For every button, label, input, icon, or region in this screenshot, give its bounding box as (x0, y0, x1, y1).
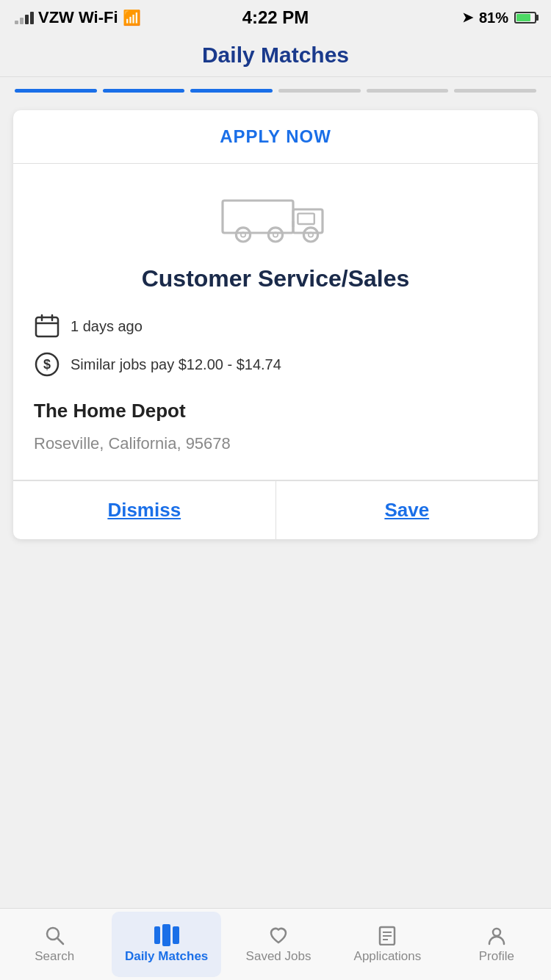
job-details-section: Customer Service/Sales 1 days ago (13, 164, 538, 480)
nav-label-search: Search (35, 949, 74, 964)
action-row: Dismiss Save (13, 480, 538, 539)
daily-matches-icon (154, 925, 179, 945)
save-button[interactable]: Save (276, 481, 539, 539)
apply-now-button[interactable]: APPLY NOW (220, 126, 331, 147)
company-name: The Home Depot (34, 400, 517, 422)
svg-text:$: $ (43, 357, 51, 372)
svg-rect-10 (36, 317, 58, 336)
progress-segment-5 (367, 89, 449, 93)
svg-point-7 (303, 228, 317, 242)
job-title: Customer Service/Sales (34, 265, 517, 292)
wifi-icon: 📶 (123, 9, 141, 26)
nav-item-daily-matches[interactable]: Daily Matches (112, 912, 220, 977)
status-bar: VZW Wi-Fi 📶 4:22 PM ➤ 81% (0, 0, 551, 32)
svg-rect-2 (298, 214, 314, 224)
svg-rect-0 (223, 201, 293, 233)
nav-label-daily-matches: Daily Matches (125, 949, 208, 964)
battery-icon (514, 12, 536, 24)
progress-segment-1 (15, 89, 97, 93)
main-content: APPLY NOW (0, 98, 551, 539)
nav-item-search[interactable]: Search (0, 909, 109, 980)
status-left: VZW Wi-Fi 📶 (15, 8, 141, 27)
page-title: Daily Matches (0, 43, 551, 68)
heart-icon (268, 925, 289, 945)
location-icon: ➤ (462, 10, 473, 26)
nav-label-profile: Profile (479, 949, 514, 964)
pay-range: Similar jobs pay $12.00 - $14.74 (71, 356, 281, 373)
nav-item-applications[interactable]: Applications (333, 909, 442, 980)
bottom-nav: Search Daily Matches Saved Jobs Applicat… (0, 908, 551, 980)
progress-segment-4 (278, 89, 361, 93)
svg-point-3 (236, 228, 250, 242)
search-icon (44, 925, 65, 945)
battery-percent: 81% (479, 10, 508, 26)
progress-segment-3 (190, 89, 273, 93)
posted-date: 1 days ago (71, 318, 143, 335)
nav-label-saved-jobs: Saved Jobs (246, 949, 311, 964)
nav-item-saved-jobs[interactable]: Saved Jobs (224, 909, 333, 980)
nav-label-applications: Applications (354, 949, 422, 964)
carrier-label: VZW Wi-Fi (38, 8, 118, 27)
dollar-icon: $ (34, 351, 60, 378)
nav-item-profile[interactable]: Profile (442, 909, 551, 980)
truck-icon (217, 186, 334, 245)
app-header: Daily Matches (0, 32, 551, 77)
status-right: ➤ 81% (462, 10, 536, 26)
signal-bars-icon (15, 11, 34, 24)
applications-icon (377, 925, 397, 945)
truck-icon-container (34, 186, 517, 245)
job-location: Roseville, California, 95678 (34, 434, 517, 453)
profile-icon (486, 925, 507, 945)
svg-point-5 (268, 228, 282, 242)
calendar-icon (34, 313, 60, 339)
job-meta: 1 days ago $ Similar jobs pay $12.00 - $… (34, 313, 517, 378)
svg-point-22 (493, 929, 500, 936)
posted-date-row: 1 days ago (34, 313, 517, 339)
progress-segment-2 (103, 89, 185, 93)
pay-range-row: $ Similar jobs pay $12.00 - $14.74 (34, 351, 517, 378)
svg-line-17 (57, 938, 63, 944)
job-card: APPLY NOW (13, 110, 538, 539)
status-time: 4:22 PM (242, 7, 309, 28)
dismiss-button[interactable]: Dismiss (13, 481, 276, 539)
apply-now-section[interactable]: APPLY NOW (13, 110, 538, 164)
progress-bar (0, 77, 551, 98)
progress-segment-6 (454, 89, 536, 93)
